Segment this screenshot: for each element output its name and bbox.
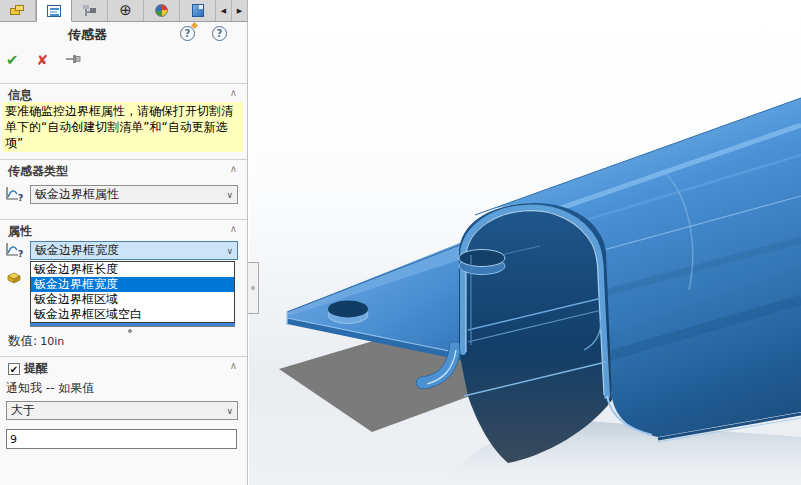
plate-hole-rear[interactable]	[459, 250, 505, 275]
part-icon	[10, 5, 25, 16]
property-dropdown-list: 钣金边界框长度 钣金边界框宽度 钣金边界框区域 钣金边界框区域空白	[30, 261, 235, 323]
alert-operator-dropdown[interactable]: 大于 ∨	[6, 401, 238, 420]
info-message: 要准确监控边界框属性，请确保打开切割清单下的“自动创建切割清单”和“自动更新选项…	[2, 102, 243, 152]
dimxpert-crosshair-icon: ⊕	[119, 3, 132, 18]
help-icon[interactable]: ?	[212, 26, 227, 41]
tab-displaymanager[interactable]	[144, 0, 180, 21]
part-entity-icon	[6, 271, 23, 284]
whats-new-help-icon[interactable]: ?	[180, 26, 195, 41]
alert-label: 提醒	[24, 360, 48, 377]
chevron-up-icon[interactable]: ∧	[230, 223, 237, 234]
value-label: 数值:	[8, 333, 37, 348]
tab-propertymanager[interactable]	[36, 0, 72, 22]
tab-featuremanager[interactable]	[0, 0, 36, 21]
sensor-type-label: 传感器类型	[8, 164, 68, 178]
property-dropdown[interactable]: 钣金边界框宽度 ∨	[30, 241, 238, 260]
manager-tab-bar: ⊕ ◀ ▶	[0, 0, 248, 22]
section-header-properties[interactable]: 属性 ∧	[0, 219, 247, 242]
sensor-graph-icon: ?	[5, 242, 25, 259]
tab-scroll-left-button[interactable]: ◀	[216, 0, 232, 21]
svg-text:?: ?	[18, 249, 23, 259]
model-canvas[interactable]	[249, 0, 801, 485]
listbox-resize-dot[interactable]	[128, 329, 132, 333]
help-glyph: ?	[185, 28, 191, 39]
pm-action-bar: ✔ ✘	[6, 50, 82, 70]
chevron-down-icon: ∨	[226, 190, 233, 200]
dropdown-option[interactable]: 钣金边界框区域	[31, 292, 234, 307]
chevron-up-icon[interactable]: ∧	[230, 163, 237, 174]
document-icon	[192, 4, 204, 17]
svg-text:?: ?	[18, 193, 23, 203]
graphics-viewport[interactable]	[249, 0, 801, 485]
sensor-graph-icon: ?	[5, 186, 25, 203]
chevron-down-icon: ∨	[226, 246, 233, 256]
properties-label: 属性	[8, 224, 32, 238]
propertymanager-panel: ⊕ ◀ ▶ 传感器 ? ? ✔ ✘ 信息 ∧ 要准确监控边界框属性，请确保打开切…	[0, 0, 248, 485]
dropdown-option-selected[interactable]: 钣金边界框宽度	[31, 277, 234, 292]
splitter-dot-icon	[251, 286, 255, 290]
ok-button[interactable]: ✔	[6, 51, 19, 69]
chevron-up-icon[interactable]: ∧	[230, 360, 237, 371]
alert-threshold-input[interactable]	[6, 429, 237, 449]
chevron-down-icon: ∨	[226, 406, 233, 416]
new-badge-icon	[191, 22, 198, 29]
sensor-type-value: 钣金边界框属性	[35, 186, 226, 203]
tab-configurationmanager[interactable]	[72, 0, 108, 21]
tab-scroll-right-button[interactable]: ▶	[232, 0, 248, 21]
sensor-value-row: 数值:10in	[8, 333, 64, 350]
alert-condition-text: 通知我 -- 如果值	[6, 380, 94, 397]
page-title: 传感器	[0, 26, 175, 44]
property-value: 钣金边界框宽度	[35, 242, 226, 259]
tab-custom[interactable]	[180, 0, 216, 21]
alert-checkbox[interactable]: ✔	[8, 363, 20, 375]
dropdown-option[interactable]: 钣金边界框长度	[31, 262, 234, 277]
section-header-alert[interactable]: ✔ 提醒 ∧	[0, 356, 247, 379]
chevron-up-icon[interactable]: ∧	[230, 87, 237, 98]
dropdown-option[interactable]: 钣金边界框区域空白	[31, 307, 234, 322]
alert-operator-value: 大于	[11, 402, 226, 419]
tab-dimxpertmanager[interactable]: ⊕	[108, 0, 144, 21]
value-number: 10in	[40, 335, 64, 348]
section-header-sensor-type[interactable]: 传感器类型 ∧	[0, 159, 247, 182]
plate-hole[interactable]	[328, 301, 368, 324]
propertymanager-icon	[47, 5, 61, 17]
display-sphere-icon	[155, 4, 168, 17]
configuration-tree-icon	[83, 5, 96, 17]
pin-icon[interactable]	[66, 53, 82, 68]
cancel-button[interactable]: ✘	[37, 52, 49, 68]
sensor-type-dropdown[interactable]: 钣金边界框属性 ∨	[30, 185, 238, 204]
info-label: 信息	[8, 88, 32, 102]
panel-splitter-handle[interactable]	[248, 262, 259, 314]
